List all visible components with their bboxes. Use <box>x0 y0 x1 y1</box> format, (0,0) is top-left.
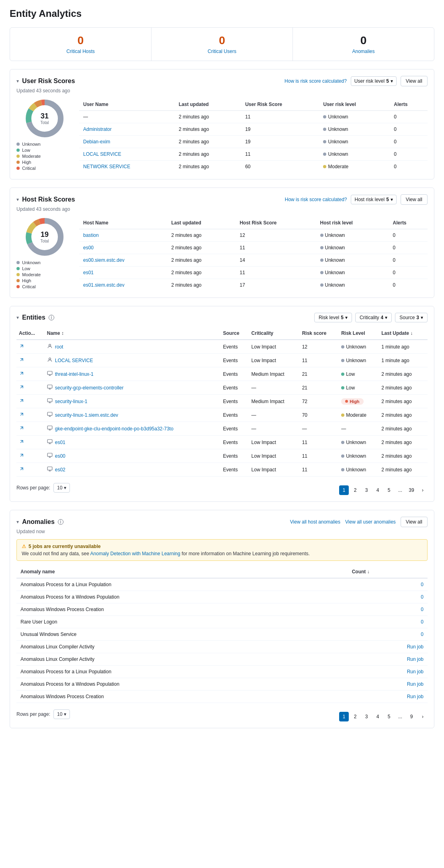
entities-collapse-icon[interactable]: ▾ <box>16 315 19 320</box>
entity-name-link[interactable]: Administrator <box>83 126 112 132</box>
anomalies-info-icon[interactable]: i <box>58 519 63 525</box>
table-row: es00 Events Low Impact 11 Unknown 2 minu… <box>16 449 428 463</box>
user-risk-view-all-button[interactable]: View all <box>401 76 428 86</box>
entities-section: ▾ Entities i Risk level 5 ▾Criticality 4… <box>10 306 434 502</box>
page-4-button[interactable]: 4 <box>373 712 383 721</box>
table-row: Anomalous Linux Compiler Activity Run jo… <box>16 641 428 653</box>
summary-anomalies[interactable]: 0Anomalies <box>293 28 434 61</box>
entity-name-link[interactable]: es00 <box>83 245 94 251</box>
anomalies-rows-select[interactable]: 10 ▾ <box>53 709 70 719</box>
filter-risk-level[interactable]: Risk level 5 ▾ <box>314 313 352 322</box>
entity-action-icon[interactable] <box>19 357 25 364</box>
pagination-next-button[interactable]: › <box>418 485 428 495</box>
page-4-button[interactable]: 4 <box>373 485 383 495</box>
run-job-link[interactable]: Run job <box>407 681 424 687</box>
table-row: Administrator2 minutes ago19Unknown0 <box>79 123 428 136</box>
view-all-host-anomalies-link[interactable]: View all host anomalies <box>290 519 340 525</box>
entity-type-icon <box>47 466 53 473</box>
host-risk-calc-link[interactable]: How is risk score calculated? <box>285 197 347 202</box>
page-9-button[interactable]: 9 <box>407 712 416 721</box>
page-container: Entity Analytics 0Critical Hosts0Critica… <box>0 0 444 868</box>
svg-rect-31 <box>47 426 52 429</box>
entity-name-link[interactable]: security-linux-1 <box>55 399 88 404</box>
page-3-button[interactable]: 3 <box>362 485 371 495</box>
page-3-button[interactable]: 3 <box>362 712 371 721</box>
run-job-link[interactable]: Run job <box>407 694 424 699</box>
page-1-button[interactable]: 1 <box>339 712 349 721</box>
column-header: Host Name <box>79 217 167 229</box>
user-risk-calc-link[interactable]: How is risk score calculated? <box>284 78 347 84</box>
entity-name-link[interactable]: es01.siem.estc.dev <box>83 282 125 288</box>
entity-name-link[interactable]: threat-intel-linux-1 <box>55 371 94 377</box>
entity-action-icon[interactable] <box>19 398 25 405</box>
page-2-button[interactable]: 2 <box>350 712 360 721</box>
legend-item: Moderate <box>16 154 73 159</box>
legend-item: Unknown <box>16 260 73 265</box>
user-risk-level-select[interactable]: User risk level 5 ▾ <box>351 76 397 86</box>
entity-action-icon[interactable] <box>19 385 25 391</box>
pagination-next-button[interactable]: › <box>418 712 428 721</box>
entity-name-link[interactable]: es00 <box>55 453 65 459</box>
filter-source[interactable]: Source 3 ▾ <box>395 313 428 322</box>
filter-criticality[interactable]: Criticality 4 ▾ <box>355 313 392 322</box>
table-row: Anomalous Windows Process Creation Run j… <box>16 691 428 703</box>
entities-rows-select[interactable]: 10 ▾ <box>53 483 70 493</box>
entity-name-link[interactable]: security-linux-1.siem.estc.dev <box>55 412 118 418</box>
host-risk-collapse-icon[interactable]: ▾ <box>16 197 19 202</box>
page-1-button[interactable]: 1 <box>339 485 349 495</box>
host-risk-table-area: Host NameLast updatedHost Risk ScoreHost… <box>79 217 428 291</box>
page-2-button[interactable]: 2 <box>350 485 360 495</box>
entity-action-icon[interactable] <box>19 439 25 446</box>
entity-action-icon[interactable] <box>19 412 25 418</box>
entity-name-link[interactable]: NETWORK SERVICE <box>83 164 130 169</box>
entity-name-link[interactable]: Debian-exim <box>83 139 110 145</box>
user-risk-title: User Risk Scores <box>22 77 75 85</box>
entity-name-link[interactable]: es01 <box>83 270 94 275</box>
entity-type-icon <box>47 343 53 350</box>
anomalies-view-all-button[interactable]: View all <box>401 517 428 527</box>
host-risk-view-all-button[interactable]: View all <box>401 194 428 205</box>
entity-name-link[interactable]: LOCAL SERVICE <box>83 151 121 157</box>
column-header: Alerts <box>389 217 428 229</box>
table-row: root Events Low Impact 12 Unknown 1 minu… <box>16 340 428 354</box>
legend-item: High <box>16 278 73 283</box>
pagination-ellipsis: ... <box>395 485 405 495</box>
anomaly-count: 0 <box>421 619 424 625</box>
entities-info-icon[interactable]: i <box>49 315 54 320</box>
view-all-user-anomalies-link[interactable]: View all user anomalies <box>345 519 396 525</box>
entity-name-link[interactable]: gke-endpoint-gke-clu-endpoint-node-po-b3… <box>55 426 174 432</box>
entity-action-icon[interactable] <box>19 426 25 432</box>
entity-name-link[interactable]: es01 <box>55 440 65 445</box>
entity-action-icon[interactable] <box>19 344 25 350</box>
summary-critical-users[interactable]: 0Critical Users <box>151 28 293 61</box>
entity-name-link[interactable]: LOCAL SERVICE <box>55 358 93 363</box>
page-5-button[interactable]: 5 <box>384 485 394 495</box>
column-header: User risk level <box>319 98 390 111</box>
host-risk-level-select[interactable]: Host risk level 5 ▾ <box>351 195 396 204</box>
column-header: Criticality <box>249 327 300 340</box>
entity-name-link[interactable]: es00.siem.estc.dev <box>83 257 125 263</box>
summary-critical-hosts[interactable]: 0Critical Hosts <box>10 28 151 61</box>
page-5-button[interactable]: 5 <box>384 712 394 721</box>
run-job-link[interactable]: Run job <box>407 656 424 662</box>
user-risk-collapse-icon[interactable]: ▾ <box>16 78 19 84</box>
table-row: Anomalous Windows Process Creation 0 <box>16 603 428 616</box>
entity-name-link[interactable]: security-gcp-elements-controller <box>55 385 124 391</box>
run-job-link[interactable]: Run job <box>407 669 424 674</box>
entity-name-link[interactable]: bastion <box>83 232 99 238</box>
anomalies-collapse-icon[interactable]: ▾ <box>16 519 19 525</box>
user-risk-table: User NameLast updatedUser Risk ScoreUser… <box>79 98 428 173</box>
entity-name-link[interactable]: root <box>55 344 63 350</box>
entity-action-icon[interactable] <box>19 467 25 473</box>
host-risk-legend: UnknownLowModerateHighCritical <box>16 260 73 289</box>
run-job-link[interactable]: Run job <box>407 644 424 650</box>
anomaly-ml-link[interactable]: Anomaly Detection with Machine Learning <box>90 551 180 556</box>
entity-name-link[interactable]: es02 <box>55 467 65 473</box>
svg-line-30 <box>20 427 23 429</box>
page-39-button[interactable]: 39 <box>407 485 416 495</box>
entity-action-icon[interactable] <box>19 371 25 377</box>
table-row: es002 minutes ago11Unknown0 <box>79 242 428 254</box>
entity-action-icon[interactable] <box>19 453 25 459</box>
entity-name: — <box>83 114 88 120</box>
table-row: Anomalous Process for a Linux Population… <box>16 578 428 591</box>
